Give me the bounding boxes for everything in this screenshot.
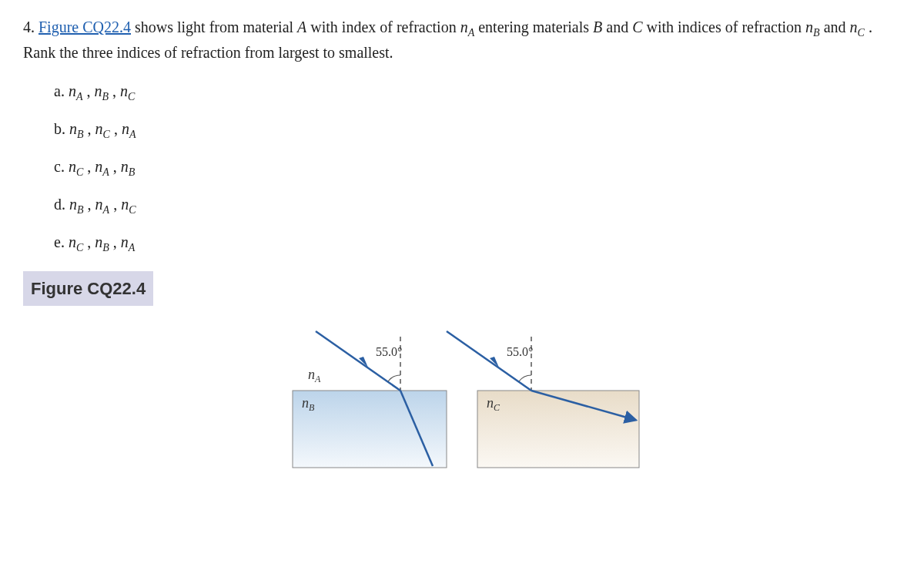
angle-arc-right — [519, 375, 531, 381]
ob0: B — [77, 129, 84, 140]
var-b: B — [593, 18, 602, 35]
oc2: B — [129, 166, 136, 178]
incident-ray-right — [447, 331, 531, 391]
qt3: entering materials — [474, 18, 593, 35]
oc1: A — [102, 166, 109, 178]
option-e[interactable]: e. nC , nB , nA — [54, 230, 901, 256]
oa0: A — [76, 91, 83, 102]
n-c-sym: n — [850, 18, 858, 35]
question-text: 4. Figure CQ22.4 shows light from materi… — [23, 15, 901, 64]
ob2: A — [129, 129, 136, 140]
opt-b-label: b. — [54, 120, 69, 137]
angle-arc-left — [388, 375, 400, 381]
qt4: and — [602, 18, 632, 35]
od2: C — [129, 204, 136, 216]
label-na-left: nA — [308, 367, 321, 384]
n-b-sym: n — [805, 18, 813, 35]
angle-text-left: 55.0° — [376, 345, 402, 358]
opt-d-label: d. — [54, 196, 69, 213]
oe1: B — [102, 242, 109, 253]
od1: A — [103, 204, 110, 216]
oe2: A — [129, 242, 136, 253]
medium-c-rect — [477, 391, 639, 468]
opt-a-label: a. — [54, 82, 69, 99]
oa1: B — [102, 91, 109, 102]
qt2: with index of refraction — [306, 18, 460, 35]
ob1: C — [103, 129, 110, 140]
answer-options: a. nA , nB , nC b. nB , nC , nA c. nC , … — [54, 79, 901, 256]
figure-caption: Figure CQ22.4 — [23, 271, 153, 306]
angle-text-right: 55.0° — [507, 345, 533, 358]
od0: B — [77, 204, 84, 216]
n-a-sub: A — [468, 27, 475, 39]
oe0: C — [76, 242, 83, 253]
var-c: C — [632, 18, 642, 35]
opt-c-label: c. — [54, 158, 69, 175]
incident-ray-left — [316, 331, 400, 391]
qt5: with indices of refraction — [643, 18, 806, 35]
left-panel: nA nB 55.0° — [293, 331, 447, 468]
oc0: C — [76, 166, 83, 178]
refraction-diagram-svg: nA nB 55.0° nC 55.0° — [270, 321, 654, 475]
option-a[interactable]: a. nA , nB , nC — [54, 79, 901, 105]
oa2: C — [128, 91, 135, 102]
n-a-sym: n — [460, 18, 468, 35]
question-number: 4. — [23, 18, 35, 35]
option-c[interactable]: c. nC , nA , nB — [54, 155, 901, 180]
qt6: and — [820, 18, 850, 35]
right-panel: nC 55.0° — [447, 331, 639, 468]
option-b[interactable]: b. nB , nC , nA — [54, 117, 901, 143]
var-a: A — [297, 18, 306, 35]
opt-e-label: e. — [54, 233, 69, 250]
qt1: shows light from material — [135, 18, 297, 35]
option-d[interactable]: d. nB , nA , nC — [54, 193, 901, 218]
figure-link[interactable]: Figure CQ22.4 — [38, 18, 131, 35]
figure-diagram: nA nB 55.0° nC 55.0° — [23, 314, 901, 489]
n-b-sub: B — [813, 27, 820, 39]
medium-b-rect — [293, 391, 447, 468]
n-c-sub: C — [858, 27, 865, 39]
